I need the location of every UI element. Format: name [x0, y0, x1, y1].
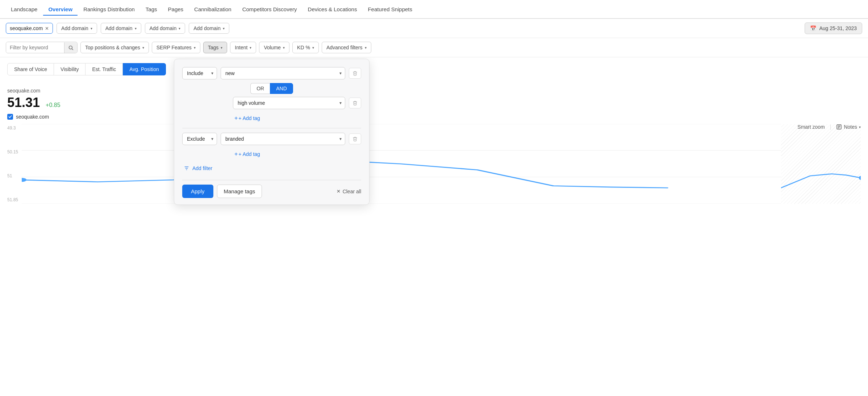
line-chart — [22, 124, 781, 204]
clear-all-btn[interactable]: ✕ Clear all — [337, 189, 361, 194]
search-icon — [68, 45, 74, 50]
calendar-icon: 📅 — [810, 25, 816, 31]
chevron-down-icon-intent: ▾ — [250, 46, 251, 50]
high-volume-delete-btn[interactable] — [349, 98, 361, 108]
keyword-search-input[interactable] — [6, 42, 64, 53]
add-domain-btn-1[interactable]: Add domain ▾ — [57, 23, 97, 34]
chevron-down-icon-kd: ▾ — [312, 46, 314, 50]
tags-filter-btn[interactable]: Tags ▾ — [203, 42, 228, 53]
keyword-search-wrap — [6, 42, 78, 53]
svg-point-0 — [69, 46, 72, 49]
nav-item-featured-snippets[interactable]: Featured Snippets — [363, 3, 417, 15]
close-icon[interactable]: ✕ — [45, 26, 49, 31]
high-volume-filter-row: high volume new branded informational tr… — [182, 97, 361, 109]
chevron-down-icon-3: ▾ — [179, 26, 180, 30]
exclude-filter-row: Exclude Include branded new high volume … — [182, 133, 361, 145]
notes-icon — [836, 124, 842, 130]
y-axis-labels: 49.3 50.15 51 51.85 — [7, 124, 22, 204]
chart-container: Smart zoom | Notes ▾ 49.3 50.15 51 51.85 — [7, 124, 861, 204]
apply-button[interactable]: Apply — [182, 185, 213, 198]
chevron-down-icon-tags: ▾ — [221, 46, 222, 50]
legend-label: seoquake.com — [16, 114, 49, 120]
include-delete-btn[interactable] — [349, 68, 361, 79]
tab-share-of-voice[interactable]: Share of Voice — [7, 63, 54, 75]
date-range-btn[interactable]: 📅 Aug 25-31, 2023 — [805, 22, 862, 34]
include-filter-row: Include Exclude new high volume branded … — [182, 67, 361, 79]
chevron-down-icon-notes: ▾ — [859, 125, 861, 129]
top-positions-filter-btn[interactable]: Top positions & changes ▾ — [80, 42, 149, 53]
include-tag-select[interactable]: new high volume branded informational tr… — [221, 67, 345, 79]
nav-item-rankings-distribution[interactable]: Rankings Distribution — [78, 3, 140, 15]
add-domain-btn-4[interactable]: Add domain ▾ — [189, 23, 229, 34]
nav-item-overview[interactable]: Overview — [43, 3, 78, 15]
keyword-search-button[interactable] — [64, 42, 77, 53]
high-volume-tag-select[interactable]: high volume new branded informational tr… — [233, 97, 345, 109]
add-filter-btn[interactable]: Add filter — [182, 162, 361, 174]
svg-line-1 — [72, 49, 73, 50]
main-content: Share of Voice Visibility Est. Traffic A… — [0, 57, 868, 392]
tab-est-traffic[interactable]: Est. Traffic — [85, 63, 123, 75]
close-icon-clear: ✕ — [337, 189, 341, 194]
add-domain-btn-2[interactable]: Add domain ▾ — [101, 23, 141, 34]
chevron-down-icon-2: ▾ — [135, 26, 137, 30]
exclude-tag-select-wrap: branded new high volume informational tr… — [221, 133, 345, 145]
kd-filter-btn[interactable]: KD % ▾ — [292, 42, 319, 53]
top-nav: Landscape Overview Rankings Distribution… — [0, 0, 868, 19]
chevron-down-icon-4: ▾ — [223, 26, 225, 30]
advanced-filters-btn[interactable]: Advanced filters ▾ — [322, 42, 371, 53]
nav-item-tags[interactable]: Tags — [141, 3, 162, 15]
tab-avg-position[interactable]: Avg. Position — [123, 63, 166, 75]
notes-btn[interactable]: Notes ▾ — [836, 124, 861, 130]
chevron-down-icon: ▾ — [91, 26, 92, 30]
nav-item-pages[interactable]: Pages — [163, 3, 189, 15]
add-domain-btn-3[interactable]: Add domain ▾ — [145, 23, 185, 34]
trash-icon-2 — [352, 100, 358, 106]
nav-item-competitors-discovery[interactable]: Competitors Discovery — [237, 3, 302, 15]
logic-or-btn[interactable]: OR — [250, 83, 270, 94]
tab-visibility[interactable]: Visibility — [54, 63, 85, 75]
volume-filter-btn[interactable]: Volume ▾ — [259, 42, 289, 53]
chevron-down-icon-adv: ▾ — [365, 46, 367, 50]
include-condition-select-wrap: Include Exclude — [182, 67, 217, 79]
domain-metric-display: seoquake.com 51.31 +0.85 — [7, 88, 861, 110]
active-domain-chip[interactable]: seoquake.com ✕ — [6, 23, 53, 34]
exclude-condition-select-wrap: Exclude Include — [182, 133, 217, 145]
exclude-delete-btn[interactable] — [349, 133, 361, 144]
divider: | — [830, 124, 831, 130]
plus-icon-2: + — [234, 151, 238, 157]
filter-bar: Top positions & changes ▾ SERP Features … — [0, 38, 868, 57]
svg-point-10 — [22, 178, 26, 182]
smart-zoom-label[interactable]: Smart zoom — [797, 124, 825, 130]
date-label: Aug 25-31, 2023 — [819, 25, 857, 31]
legend-checkbox[interactable] — [7, 114, 13, 120]
tags-dropdown: Include Exclude new high volume branded … — [174, 59, 370, 205]
chart-svg-wrap — [22, 124, 781, 204]
add-exclude-tag-btn[interactable]: + + Add tag — [233, 149, 361, 160]
trash-icon-3 — [352, 136, 358, 141]
domain-name: seoquake.com — [10, 25, 43, 31]
chart-legend: seoquake.com — [7, 114, 861, 120]
add-include-tag-btn[interactable]: + + Add tag — [233, 113, 361, 124]
nav-item-devices-locations[interactable]: Devices & Locations — [303, 3, 362, 15]
exclude-tag-select[interactable]: branded new high volume informational tr… — [221, 133, 345, 145]
metric-value: 51.31 — [7, 95, 40, 110]
trash-icon — [352, 71, 358, 76]
chevron-down-icon-sf: ▾ — [194, 46, 196, 50]
metric-value-row: 51.31 +0.85 — [7, 95, 861, 110]
serp-features-filter-btn[interactable]: SERP Features ▾ — [152, 42, 200, 53]
domain-bar: seoquake.com ✕ Add domain ▾ Add domain ▾… — [0, 19, 868, 38]
logic-and-btn[interactable]: AND — [270, 83, 293, 94]
section-divider — [182, 128, 361, 128]
chevron-down-icon-vol: ▾ — [283, 46, 285, 50]
nav-item-landscape[interactable]: Landscape — [6, 3, 42, 15]
manage-tags-button[interactable]: Manage tags — [217, 185, 262, 198]
dropdown-bottom-actions: Apply Manage tags ✕ Clear all — [182, 180, 361, 198]
intent-filter-btn[interactable]: Intent ▾ — [230, 42, 256, 53]
include-condition-select[interactable]: Include Exclude — [182, 67, 217, 79]
logic-row: OR AND — [182, 83, 361, 94]
exclude-condition-select[interactable]: Exclude Include — [182, 133, 217, 145]
include-tag-select-wrap: new high volume branded informational tr… — [221, 67, 345, 79]
metric-tabs: Share of Voice Visibility Est. Traffic A… — [7, 63, 166, 75]
chart-controls: Smart zoom | Notes ▾ — [797, 124, 861, 130]
nav-item-cannibalization[interactable]: Cannibalization — [189, 3, 237, 15]
